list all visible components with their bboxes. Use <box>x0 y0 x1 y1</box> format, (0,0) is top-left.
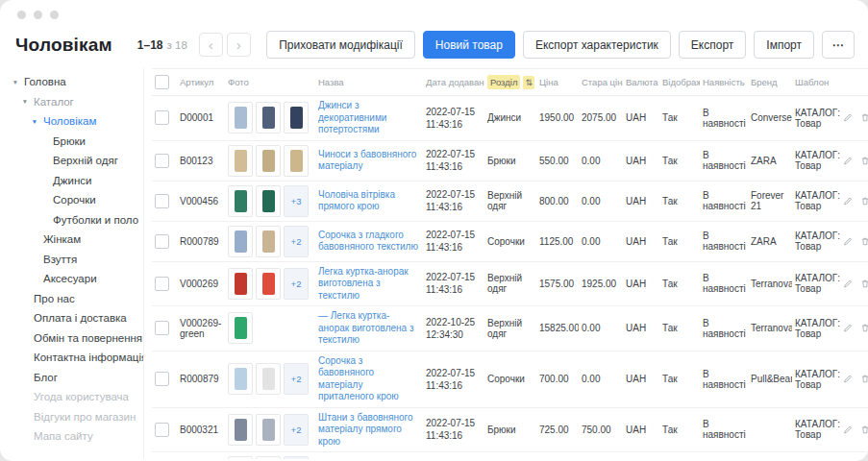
row-checkbox[interactable] <box>155 372 169 386</box>
more-photos-badge[interactable]: +2 <box>284 456 309 459</box>
product-photo-thumbnail[interactable] <box>256 102 281 133</box>
product-photo-thumbnail[interactable] <box>256 185 281 217</box>
more-button[interactable]: ⋯ <box>822 31 855 59</box>
edit-icon[interactable] <box>843 155 853 167</box>
product-name-link[interactable]: — Легка куртка-анорак виготовлена з текс… <box>318 310 420 347</box>
row-checkbox[interactable] <box>155 321 169 335</box>
product-name-link[interactable]: Чиноси з бавовняного матеріалу <box>318 149 420 173</box>
product-name-link[interactable]: Штани з бавовняного матеріалу прямого кр… <box>318 412 420 449</box>
sidebar-item[interactable]: ▾Чоловікам <box>8 111 143 132</box>
import-button[interactable]: Імпорт <box>754 31 814 59</box>
table-row: D00001Джинси з декоративними потертостям… <box>152 96 868 141</box>
edit-icon[interactable] <box>843 278 853 290</box>
sidebar-item[interactable]: ▾Каталог <box>8 92 143 112</box>
edit-icon[interactable] <box>843 424 853 436</box>
row-checkbox[interactable] <box>155 110 169 125</box>
sidebar-item[interactable]: Аксесуари <box>8 269 143 289</box>
row-checkbox[interactable] <box>155 277 169 291</box>
sidebar-item[interactable]: Відгуки про магазин <box>8 407 143 427</box>
delete-icon[interactable] <box>860 278 868 290</box>
row-checkbox[interactable] <box>155 423 169 437</box>
prev-page-button[interactable]: ‹ <box>199 33 223 57</box>
delete-icon[interactable] <box>860 111 868 124</box>
row-checkbox[interactable] <box>155 194 169 208</box>
product-photo-thumbnail[interactable] <box>284 102 309 133</box>
window-control-dot[interactable] <box>34 11 42 19</box>
window-control-dot[interactable] <box>50 11 59 19</box>
product-photo-thumbnail[interactable] <box>228 363 253 395</box>
product-name-link[interactable]: Джинси з декоративними потертостями <box>318 100 420 136</box>
sidebar-item[interactable]: Блог <box>8 368 143 388</box>
product-photo-thumbnail[interactable] <box>228 268 253 300</box>
old-price-cell: 0.00 <box>579 351 623 407</box>
table-row: V000456+3Чоловіча вітрівка прямого крою2… <box>152 181 868 221</box>
sidebar-item[interactable]: Взуття <box>8 250 143 270</box>
sidebar-item[interactable]: Угода користувача <box>8 387 143 407</box>
product-photo-thumbnail[interactable] <box>256 414 281 446</box>
next-page-button[interactable]: › <box>227 33 251 57</box>
hide-modifications-button[interactable]: Приховати модифікації <box>266 31 415 59</box>
product-photo-thumbnail[interactable] <box>256 363 281 395</box>
photo-thumbnails <box>228 312 312 344</box>
product-photo-thumbnail[interactable] <box>256 268 281 300</box>
product-name-link[interactable]: Сорочка з бавовняного матеріалу притален… <box>318 355 420 403</box>
sidebar-item[interactable]: Оплата і доставка <box>8 308 143 328</box>
product-photo-thumbnail[interactable] <box>228 414 253 446</box>
product-photo-thumbnail[interactable] <box>228 312 253 344</box>
delete-icon[interactable] <box>860 373 868 385</box>
edit-icon[interactable] <box>843 111 853 124</box>
product-photo-thumbnail[interactable] <box>284 145 309 177</box>
window-control-dot[interactable] <box>17 11 26 19</box>
currency-cell: UAH <box>623 407 659 452</box>
product-name-link[interactable]: Сорочка з гладкого бавовняного текстилю <box>318 230 420 254</box>
sidebar-item[interactable]: Джинси <box>8 171 143 191</box>
new-product-button[interactable]: Новий товар <box>423 31 515 59</box>
product-photo-thumbnail[interactable] <box>228 185 253 217</box>
delete-icon[interactable] <box>860 235 868 248</box>
date-value: 2022-10-25 <box>426 316 482 328</box>
photo-swatch <box>262 190 275 212</box>
product-photo-thumbnail[interactable] <box>228 226 253 257</box>
template-cell: КАТАЛОГ: Товар <box>792 96 840 141</box>
export-characteristics-button[interactable]: Експорт характеристик <box>523 31 671 59</box>
delete-icon[interactable] <box>860 155 868 167</box>
export-button[interactable]: Експорт <box>679 31 746 59</box>
product-photo-thumbnail[interactable] <box>228 102 253 133</box>
more-photos-badge[interactable]: +2 <box>284 414 309 446</box>
delete-icon[interactable] <box>860 195 868 207</box>
product-photo-thumbnail[interactable] <box>228 456 253 459</box>
sidebar-item-label: Угода користувача <box>34 391 129 402</box>
delete-icon[interactable] <box>860 424 868 436</box>
more-photos-badge[interactable]: +3 <box>284 185 309 217</box>
product-photo-thumbnail[interactable] <box>256 226 281 257</box>
sidebar-item[interactable]: Обмін та повернення <box>8 328 143 349</box>
sidebar-item[interactable]: Жінкам <box>8 230 143 250</box>
sidebar-item[interactable]: Верхній одяг <box>8 151 143 171</box>
sidebar-item[interactable]: Футболки и поло <box>8 210 143 230</box>
product-photo-thumbnail[interactable] <box>256 145 281 177</box>
column-header: Фото <box>225 69 315 96</box>
edit-icon[interactable] <box>843 195 853 207</box>
row-checkbox[interactable] <box>155 234 169 249</box>
delete-icon[interactable] <box>860 322 868 334</box>
row-checkbox[interactable] <box>155 154 169 168</box>
sort-icon[interactable]: ⇅ <box>523 76 534 89</box>
sidebar-item[interactable]: Мапа сайту <box>8 426 143 447</box>
edit-icon[interactable] <box>843 322 853 334</box>
more-photos-badge[interactable]: +2 <box>284 363 309 395</box>
product-name-link[interactable]: Чоловіча вітрівка прямого крою <box>318 189 420 213</box>
product-photo-thumbnail[interactable] <box>228 145 253 177</box>
product-name-link[interactable]: Легка куртка-анорак виготовлена з тексти… <box>318 266 420 303</box>
sidebar-item-label: Чоловікам <box>43 115 96 127</box>
more-photos-badge[interactable]: +2 <box>284 226 309 257</box>
product-photo-thumbnail[interactable] <box>256 456 281 459</box>
sidebar-item[interactable]: Сорочки <box>8 190 143 210</box>
edit-icon[interactable] <box>843 373 853 385</box>
edit-icon[interactable] <box>843 235 853 248</box>
sidebar-item[interactable]: Брюки <box>8 132 143 152</box>
sidebar-item[interactable]: Контактна інформація <box>8 348 143 368</box>
sidebar-item[interactable]: ▾Головна <box>8 72 143 92</box>
sidebar-item[interactable]: Про нас <box>8 289 143 309</box>
more-photos-badge[interactable]: +2 <box>284 268 309 300</box>
select-all-checkbox[interactable] <box>155 75 169 89</box>
